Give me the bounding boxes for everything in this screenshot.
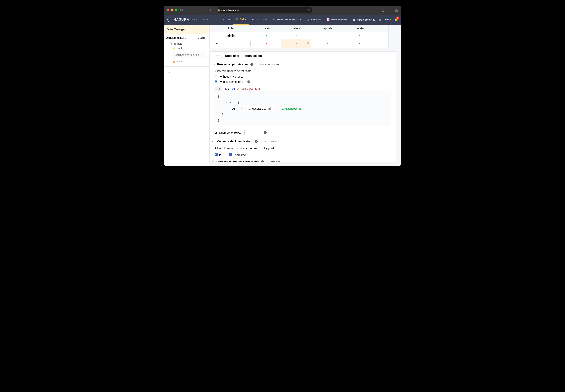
chevron-down-icon[interactable]: ⌄ [186, 9, 189, 12]
actions-icon: ⚙ [252, 18, 254, 21]
browser-window: ⌄ ‹ › 🔒 cloud.hasura.io ↻ + HASURA v2.6.… [164, 6, 401, 166]
help-icon[interactable]: ? [250, 63, 253, 66]
cloud-icon: ☁ [307, 18, 310, 21]
col-perm-hint: - all columns [263, 140, 277, 143]
search-tables-input[interactable] [172, 52, 206, 58]
table-icon: ▦ [173, 60, 175, 63]
chart-icon: 📈 [327, 18, 330, 21]
col-actions [375, 25, 389, 32]
x-icon: ✕ [295, 42, 297, 45]
tab-api[interactable]: ⚗API [219, 14, 233, 25]
radio-without-check[interactable]: Without any checks [215, 74, 394, 79]
notifications-icon[interactable]: 🔔1 [395, 18, 398, 21]
logo: HASURA v2.6.1-cloud.1 [167, 17, 211, 22]
tab-events[interactable]: ☁EVENTS [304, 14, 324, 25]
row-perm-title: Row select permissions [217, 63, 249, 66]
collapse-icon[interactable]: ▼ ⌄ [212, 140, 215, 143]
x-icon[interactable]: ✕ [311, 39, 344, 48]
minimize-window-icon[interactable] [171, 9, 173, 11]
new-tab-icon[interactable]: + [388, 9, 391, 12]
check-icon: ✓ [252, 32, 281, 39]
agg-perm-title: Aggregation queries permissions [216, 160, 259, 162]
tab-remote-schemas[interactable]: 🔌REMOTE SCHEMAS [270, 14, 304, 25]
url-bar[interactable]: 🔒 cloud.hasura.io ↻ [218, 7, 312, 13]
version-text: v2.6.1-cloud.1 [192, 19, 210, 21]
tab-data[interactable]: 🗄DATA [233, 14, 249, 25]
operator-select[interactable]: _eq [229, 106, 239, 112]
brand-text: HASURA [174, 18, 189, 21]
database-icon: 🗄 [236, 18, 238, 21]
lock-icon: 🔒 [218, 9, 220, 12]
main-content: Role insert select update delete admin ✓… [209, 25, 401, 166]
expand-icon[interactable]: ▶ › [212, 161, 214, 162]
field-select[interactable]: id [225, 99, 233, 105]
value-input[interactable] [247, 105, 275, 112]
url-text: cloud.hasura.io [222, 9, 239, 12]
row-perm-hint: - with custom check [258, 63, 281, 66]
toggle-all-button[interactable]: Toggle All [262, 146, 276, 150]
help-icon[interactable]: ? [247, 80, 250, 83]
permission-editor: Close Role: user Action: select ▼ ⌄ Row … [209, 51, 396, 162]
shield-icon[interactable] [210, 9, 213, 12]
table-link-users[interactable]: ▦users [166, 59, 207, 64]
reload-icon[interactable]: ↻ [308, 9, 310, 12]
col-checkbox-username[interactable]: username [229, 153, 246, 157]
grid-icon: ▦ [353, 18, 355, 21]
help-icon[interactable]: ? [264, 131, 267, 134]
manage-button[interactable]: Manage [196, 36, 207, 40]
check-icon: ✓ [344, 32, 375, 39]
main-tabs: ⚗API 🗄DATA ⚙ACTIONS 🔌REMOTE SCHEMAS ☁EVE… [219, 14, 350, 25]
databases-label: Databases (1) ✔ [166, 36, 187, 39]
perm-row-user: ✕ ✕✎ ✕ ✕ [209, 39, 389, 48]
perm-row-admin: admin ✓ ✓ ✓ ✓ [209, 32, 389, 39]
gear-icon[interactable]: ⚙ [379, 18, 381, 21]
nav-back-icon[interactable]: ‹ [194, 9, 197, 12]
agg-perm-hint: - disabled [269, 160, 280, 162]
sql-link[interactable]: SQL [164, 67, 209, 75]
logo-icon [167, 17, 172, 22]
sidebar-toggle-icon[interactable] [179, 9, 183, 12]
help-link[interactable]: HELP [385, 18, 391, 21]
sidebar: Data Manager Databases (1) ✔ Manage ⌄🗄de… [164, 25, 209, 166]
sidebar-heading: Data Manager [164, 25, 209, 33]
limit-input[interactable] [244, 130, 260, 135]
x-icon[interactable]: ✕ [252, 39, 281, 48]
check-icon: ✓ [311, 32, 344, 39]
col-update: update [311, 25, 344, 32]
role-name-input[interactable] [211, 41, 251, 46]
json-preview: 1 {"id":{"_eq":"X-Hasura-User-Id"}} [215, 86, 391, 91]
notif-badge: 1 [396, 17, 399, 20]
project-selector[interactable]: ▦hardy-boxer-82 [353, 18, 375, 21]
col-insert: insert [252, 25, 281, 32]
perm-cell-user-select[interactable]: ✕✎ [281, 39, 311, 48]
row-perm-desc: Allow role user to select rows: [215, 69, 394, 72]
collapse-icon[interactable]: ▼ ⌄ [212, 63, 215, 66]
titlebar: ⌄ ‹ › 🔒 cloud.hasura.io ↻ + [164, 6, 401, 14]
tab-actions[interactable]: ⚙ACTIONS [249, 14, 270, 25]
col-checkbox-id[interactable]: id [215, 153, 221, 157]
nav-forward-icon[interactable]: › [199, 9, 202, 12]
help-icon[interactable]: ? [255, 140, 258, 143]
close-button[interactable]: Close [212, 54, 222, 58]
svg-rect-5 [397, 10, 398, 12]
schema-node-public[interactable]: ⌄📁public [166, 46, 207, 51]
svg-rect-0 [179, 9, 183, 11]
limit-label: Limit number of rows: [215, 131, 241, 134]
editor-role: Role: user [225, 54, 239, 57]
tab-overview-icon[interactable] [395, 9, 398, 12]
filter-builder: { " id ": { " _eq ": " " [X-Hasura-User-… [215, 91, 391, 126]
folder-icon: 📁 [172, 47, 176, 50]
check-icon: ✓ [281, 32, 311, 39]
maximize-window-icon[interactable] [175, 9, 177, 11]
x-icon[interactable]: ✕ [344, 39, 375, 48]
help-icon[interactable]: ? [261, 160, 264, 162]
col-select: select [281, 25, 311, 32]
share-icon[interactable] [382, 9, 385, 12]
close-window-icon[interactable] [167, 9, 169, 11]
editor-action: Action: select [242, 54, 262, 57]
radio-with-custom-check[interactable]: With custom check:? [215, 79, 394, 84]
plug-icon: 🔌 [273, 18, 276, 21]
tab-monitoring[interactable]: 📈MONITORING [324, 14, 350, 25]
db-node-default[interactable]: ⌄🗄default [166, 41, 207, 46]
svg-rect-2 [395, 9, 396, 10]
